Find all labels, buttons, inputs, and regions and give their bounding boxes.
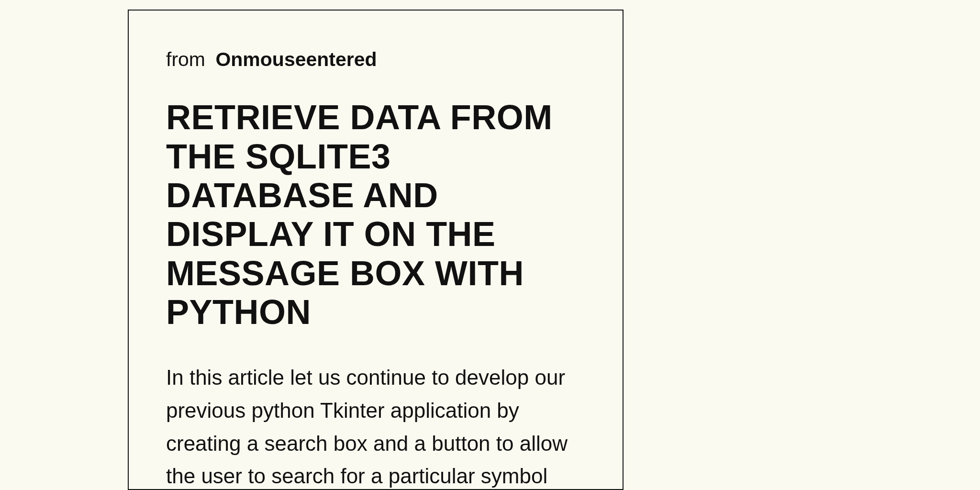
article-body: In this article let us continue to devel… (166, 361, 583, 490)
article-card: from Onmouseentered RETRIEVE DATA FROM T… (128, 10, 624, 490)
from-label: from (166, 48, 205, 70)
byline: from Onmouseentered (166, 48, 583, 71)
author-link[interactable]: Onmouseentered (215, 48, 377, 70)
article-title: RETRIEVE DATA FROM THE SQLITE3 DATABASE … (166, 98, 578, 332)
